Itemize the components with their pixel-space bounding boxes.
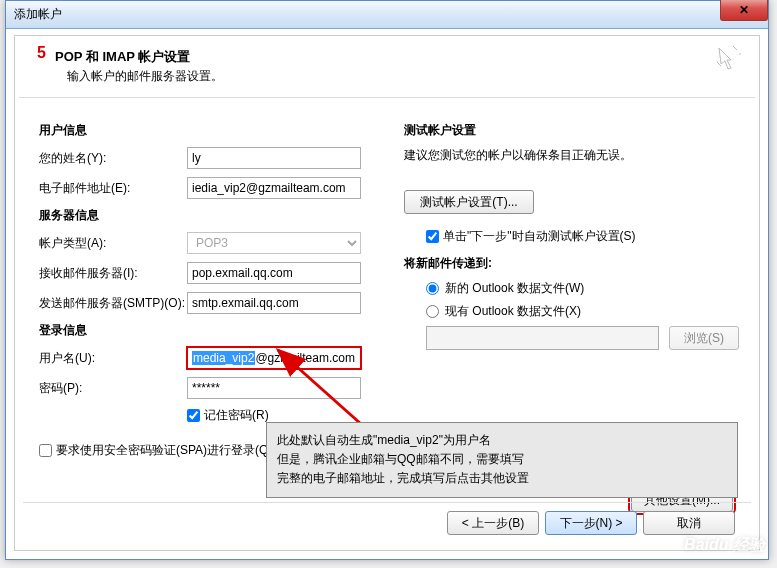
incoming-input[interactable]: [187, 262, 361, 284]
left-column: 用户信息 您的姓名(Y): 电子邮件地址(E): 服务器信息 帐户类型(A):P…: [39, 116, 374, 463]
password-label: 密码(P):: [39, 380, 187, 397]
name-input[interactable]: [187, 147, 361, 169]
content-area: 用户信息 您的姓名(Y): 电子邮件地址(E): 服务器信息 帐户类型(A):P…: [15, 98, 759, 463]
test-button[interactable]: 测试帐户设置(T)...: [404, 190, 534, 214]
footer: < 上一步(B) 下一步(N) > 取消: [23, 502, 751, 542]
radio-new-label: 新的 Outlook 数据文件(W): [445, 280, 584, 297]
incoming-label: 接收邮件服务器(I):: [39, 265, 187, 282]
window-title: 添加帐户: [14, 6, 62, 23]
existing-path-input: [426, 326, 659, 350]
username-input[interactable]: media_vip2@gzmailteam.com: [187, 347, 361, 369]
deliver-section: 将新邮件传递到:: [404, 255, 739, 272]
acct-type-select[interactable]: POP3: [187, 232, 361, 254]
watermark: Baidu 经验: [684, 535, 765, 556]
radio-new-file[interactable]: [426, 282, 439, 295]
back-button[interactable]: < 上一步(B): [447, 511, 539, 535]
dialog-header: 5 POP 和 IMAP 帐户设置 输入帐户的邮件服务器设置。: [15, 36, 759, 91]
remember-checkbox[interactable]: [187, 409, 200, 422]
close-button[interactable]: ✕: [720, 0, 768, 21]
titlebar: 添加帐户 ✕: [6, 1, 768, 29]
annotation-box: 此处默认自动生成"media_vip2"为用户名 但是，腾讯企业邮箱与QQ邮箱不…: [266, 422, 738, 498]
name-label: 您的姓名(Y):: [39, 150, 187, 167]
username-label: 用户名(U):: [39, 350, 187, 367]
email-label: 电子邮件地址(E):: [39, 180, 187, 197]
spa-checkbox[interactable]: [39, 444, 52, 457]
username-rest: @gzmailteam.com: [255, 351, 355, 365]
test-section: 测试帐户设置: [404, 122, 739, 139]
acct-type-label: 帐户类型(A):: [39, 235, 187, 252]
user-info-section: 用户信息: [39, 122, 374, 139]
annotation-line2: 但是，腾讯企业邮箱与QQ邮箱不同，需要填写: [277, 450, 727, 469]
annotation-line1: 此处默认自动生成"media_vip2"为用户名: [277, 431, 727, 450]
close-icon: ✕: [739, 3, 749, 17]
outgoing-input[interactable]: [187, 292, 361, 314]
cursor-icon: [715, 44, 743, 72]
outgoing-label: 发送邮件服务器(SMTP)(O):: [39, 295, 187, 312]
test-description: 建议您测试您的帐户以确保条目正确无误。: [404, 147, 739, 164]
spa-label: 要求使用安全密码验证(SPA)进行登录(Q): [56, 442, 272, 459]
auto-test-label: 单击"下一步"时自动测试帐户设置(S): [443, 228, 636, 245]
username-selected: media_vip2: [192, 351, 255, 365]
remember-label: 记住密码(R): [204, 407, 269, 424]
email-input[interactable]: [187, 177, 361, 199]
radio-existing-file[interactable]: [426, 305, 439, 318]
svg-line-0: [733, 46, 737, 50]
right-column: 测试帐户设置 建议您测试您的帐户以确保条目正确无误。 测试帐户设置(T)... …: [404, 116, 739, 463]
server-info-section: 服务器信息: [39, 207, 374, 224]
cancel-button[interactable]: 取消: [643, 511, 735, 535]
header-subtitle: 输入帐户的邮件服务器设置。: [67, 68, 739, 85]
password-input[interactable]: [187, 377, 361, 399]
radio-existing-label: 现有 Outlook 数据文件(X): [445, 303, 581, 320]
header-title: POP 和 IMAP 帐户设置: [55, 48, 739, 66]
login-info-section: 登录信息: [39, 322, 374, 339]
annotation-line3: 完整的电子邮箱地址，完成填写后点击其他设置: [277, 469, 727, 488]
browse-button[interactable]: 浏览(S): [669, 326, 739, 350]
step-number: 5: [37, 44, 46, 62]
next-button[interactable]: 下一步(N) >: [545, 511, 637, 535]
auto-test-checkbox[interactable]: [426, 230, 439, 243]
